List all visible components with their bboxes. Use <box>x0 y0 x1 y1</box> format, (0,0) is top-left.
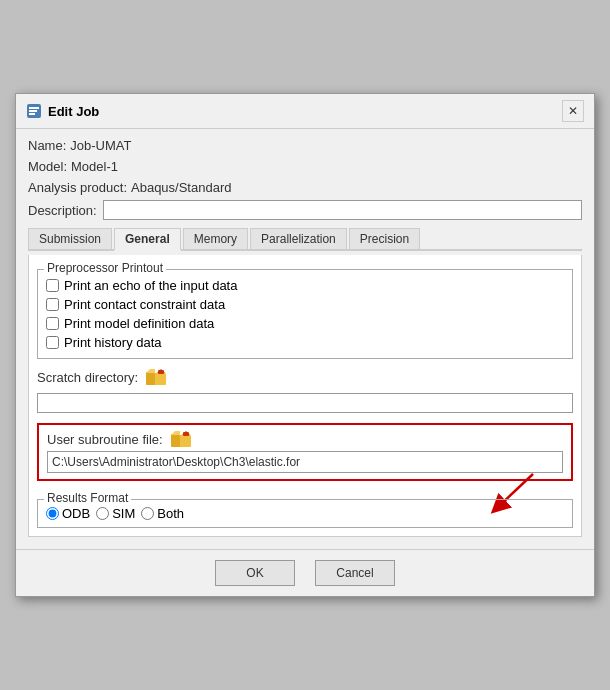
name-row: Name: Job-UMAT <box>28 137 582 154</box>
checkbox-contact: Print contact constraint data <box>46 295 564 314</box>
dialog-title: Edit Job <box>48 104 99 119</box>
subroutine-folder-icon[interactable] <box>171 431 191 447</box>
model-value: Model-1 <box>71 159 118 174</box>
results-group: Results Format ODB SIM Both <box>37 499 573 528</box>
description-label: Description: <box>28 203 97 218</box>
svg-rect-2 <box>29 110 37 112</box>
model-label: Model: <box>28 159 67 174</box>
tab-memory[interactable]: Memory <box>183 228 248 249</box>
title-bar-left: Edit Job <box>26 103 99 119</box>
radio-odb[interactable] <box>46 507 59 520</box>
subroutine-label: User subroutine file: <box>47 432 163 447</box>
checkbox-echo-label: Print an echo of the input data <box>64 278 237 293</box>
svg-rect-3 <box>29 113 35 115</box>
preprocessor-group: Preprocessor Printout Print an echo of t… <box>37 269 573 359</box>
checkbox-contact-label: Print contact constraint data <box>64 297 225 312</box>
checkbox-history: Print history data <box>46 333 564 352</box>
name-value: Job-UMAT <box>70 138 131 153</box>
radio-row: ODB SIM Both <box>46 506 564 521</box>
scratch-folder-icon[interactable] <box>146 369 166 385</box>
radio-both[interactable] <box>141 507 154 520</box>
analysis-row: Analysis product: Abaqus/Standard <box>28 179 582 196</box>
folder-svg <box>146 369 166 385</box>
dialog-content: Name: Job-UMAT Model: Model-1 Analysis p… <box>16 129 594 545</box>
checkbox-model-input[interactable] <box>46 317 59 330</box>
results-title: Results Format <box>44 491 131 505</box>
checkbox-history-input[interactable] <box>46 336 59 349</box>
checkbox-model-label: Print model definition data <box>64 316 214 331</box>
subroutine-folder-svg <box>171 431 191 447</box>
tab-precision[interactable]: Precision <box>349 228 420 249</box>
radio-sim-label[interactable]: SIM <box>96 506 135 521</box>
description-row: Description: <box>28 200 582 220</box>
svg-rect-1 <box>29 107 39 109</box>
checkbox-echo-input[interactable] <box>46 279 59 292</box>
radio-odb-text: ODB <box>62 506 90 521</box>
scratch-label: Scratch directory: <box>37 370 138 385</box>
ok-button[interactable]: OK <box>215 560 295 586</box>
scratch-row: Scratch directory: <box>37 369 573 385</box>
preprocessor-title: Preprocessor Printout <box>44 261 166 275</box>
analysis-label: Analysis product: <box>28 180 127 195</box>
checkbox-model: Print model definition data <box>46 314 564 333</box>
radio-both-text: Both <box>157 506 184 521</box>
radio-sim-text: SIM <box>112 506 135 521</box>
checkbox-contact-input[interactable] <box>46 298 59 311</box>
radio-sim[interactable] <box>96 507 109 520</box>
radio-both-label[interactable]: Both <box>141 506 184 521</box>
checkbox-echo: Print an echo of the input data <box>46 276 564 295</box>
radio-odb-label[interactable]: ODB <box>46 506 90 521</box>
app-icon <box>26 103 42 119</box>
title-bar: Edit Job ✕ <box>16 94 594 129</box>
tab-parallelization[interactable]: Parallelization <box>250 228 347 249</box>
tab-content-general: Preprocessor Printout Print an echo of t… <box>28 255 582 537</box>
cancel-button[interactable]: Cancel <box>315 560 395 586</box>
analysis-value: Abaqus/Standard <box>131 180 231 195</box>
description-input[interactable] <box>103 200 582 220</box>
checkbox-history-label: Print history data <box>64 335 162 350</box>
tab-general[interactable]: General <box>114 228 181 251</box>
model-row: Model: Model-1 <box>28 158 582 175</box>
edit-job-dialog: Edit Job ✕ Name: Job-UMAT Model: Model-1… <box>15 93 595 597</box>
tab-bar: Submission General Memory Parallelizatio… <box>28 228 582 251</box>
dialog-footer: OK Cancel <box>16 549 594 596</box>
scratch-input[interactable] <box>37 393 573 413</box>
tab-submission[interactable]: Submission <box>28 228 112 249</box>
close-button[interactable]: ✕ <box>562 100 584 122</box>
subroutine-header: User subroutine file: <box>47 431 563 447</box>
name-label: Name: <box>28 138 66 153</box>
